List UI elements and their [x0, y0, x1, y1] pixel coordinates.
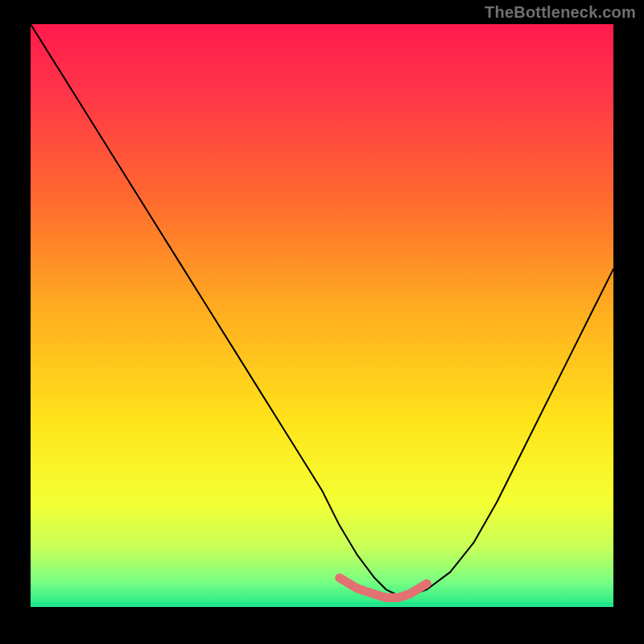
watermark-text: TheBottleneck.com: [485, 3, 636, 22]
chart-svg: [31, 24, 613, 607]
chart-frame: TheBottleneck.com: [0, 0, 644, 644]
plot-area: [31, 24, 613, 607]
gradient-background: [31, 24, 613, 607]
baseline-strip: [31, 602, 613, 607]
